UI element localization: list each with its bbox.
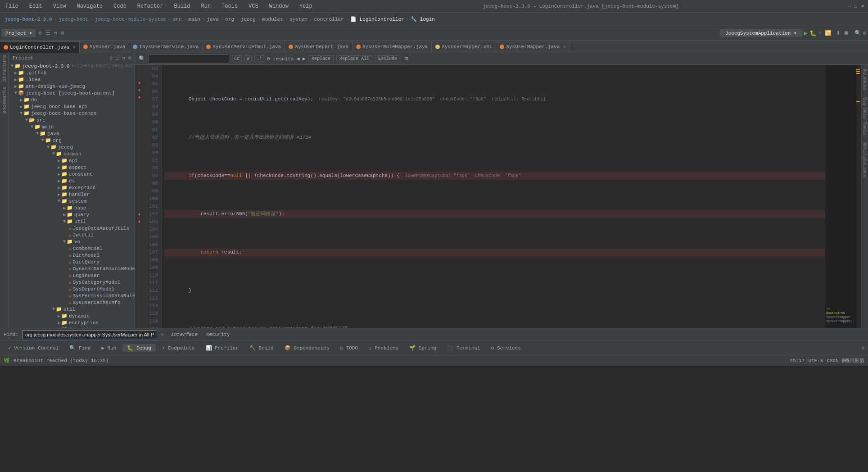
- tree-root[interactable]: ▼ 📁 jeecg-boot-2.3.0 E:\jeecg-boot\jeecg…: [9, 63, 135, 69]
- tree-api[interactable]: ▶ 📁 api: [9, 157, 135, 164]
- tree-common[interactable]: ▼ 📁 common: [9, 150, 135, 157]
- bigdata-panel-tab[interactable]: Big Data Tools: [861, 95, 868, 137]
- bottom-tab-dependencies[interactable]: 📦 Dependencies: [280, 344, 334, 352]
- tree-github[interactable]: ▶ 📁 .github: [9, 69, 135, 76]
- nav-module[interactable]: jeecg-boot: [59, 17, 88, 22]
- bookmarks-icon[interactable]: Bookmarks: [2, 87, 7, 113]
- tab-sysUserDepart[interactable]: SysUserDepart.java: [285, 41, 353, 53]
- bottom-tab-find[interactable]: 🔍 Find: [65, 344, 95, 352]
- tree-util[interactable]: ▼ 📁 util: [9, 218, 135, 225]
- tree-base[interactable]: ▶ 📁 base: [9, 204, 135, 211]
- tree-system[interactable]: ▼ 📁 system: [9, 198, 135, 204]
- menu-refactor[interactable]: Refactor: [136, 2, 165, 10]
- toolbar-icon-1[interactable]: ⚙: [37, 29, 42, 37]
- tab-sysuserrolemapper[interactable]: SysUserRoleMapper.java: [353, 41, 432, 53]
- bottom-tab-versioncontrol[interactable]: ✓ Version Control: [4, 344, 63, 352]
- menu-edit[interactable]: Edit: [27, 2, 44, 10]
- settings-btn[interactable]: ⚙: [863, 30, 866, 36]
- nav-project[interactable]: jeecg-boot-2.3.0: [5, 17, 52, 22]
- case-sensitive-btn[interactable]: Cc: [232, 55, 242, 62]
- tree-jeecg[interactable]: ▼ 📁 jeecg: [9, 144, 135, 150]
- filter-icon[interactable]: ⊟: [405, 55, 408, 62]
- structure-icon[interactable]: Structure: [2, 55, 7, 82]
- tab-sysusermapperxml[interactable]: SysUserMapper.xml: [432, 41, 496, 53]
- tab-sysuserserviceimpl[interactable]: SysUserServiceImpl.java: [203, 41, 285, 53]
- tab-logincontroller[interactable]: LoginController.java ✕: [0, 41, 80, 53]
- menu-file[interactable]: File: [4, 2, 20, 10]
- bottom-tab-debug[interactable]: 🐛 Debug: [122, 344, 156, 352]
- replace-all-btn[interactable]: Replace All: [336, 55, 372, 62]
- menu-bar[interactable]: File Edit View Navigate Code Refactor Bu…: [4, 2, 314, 10]
- tree-jsonschema[interactable]: ▶ 📁 jsonschema: [9, 326, 135, 328]
- exclude-btn[interactable]: Exclude: [375, 55, 400, 62]
- menu-build[interactable]: Build: [172, 2, 192, 10]
- tree-encryption[interactable]: ▶ 📁 encryption: [9, 319, 135, 326]
- word-btn[interactable]: W: [244, 55, 252, 62]
- notifications-panel-tab[interactable]: Notifications: [861, 141, 868, 179]
- database-panel-tab[interactable]: Database: [861, 67, 868, 92]
- bottom-tab-terminal[interactable]: ⬛ Terminal: [443, 344, 484, 352]
- tree-org[interactable]: ▼ 📁 org: [9, 137, 135, 144]
- sidebar-actions[interactable]: ⚙ ☰ ⇉ ⚙: [109, 55, 131, 61]
- close-tab-sysusermapper[interactable]: ✕: [563, 44, 566, 50]
- find-input[interactable]: [22, 330, 157, 339]
- tree-dynamic[interactable]: ▶ 📁 dynamic: [9, 313, 135, 319]
- prev-result-btn[interactable]: ◀: [296, 55, 299, 62]
- tree-src[interactable]: ▼ 📂 src: [9, 117, 135, 123]
- tree-jeecg-boot-module[interactable]: ▼ 📦 jeecg-boot [jeecg-boot-parent]: [9, 90, 135, 96]
- regex-btn[interactable]: .*: [254, 55, 264, 62]
- tree-es[interactable]: ▶ 📁 es: [9, 177, 135, 184]
- menu-code[interactable]: Code: [112, 2, 128, 10]
- close-tab-logincontroller[interactable]: ✕: [73, 45, 76, 50]
- tab-isysuserservice[interactable]: ISysUserService.java: [129, 41, 203, 53]
- tree-jeecgdataautorutils[interactable]: ☕ JeecgDataAutorUtils: [9, 225, 135, 231]
- menu-navigate[interactable]: Navigate: [75, 2, 104, 10]
- tree-exception[interactable]: ▶ 📁 exception: [9, 184, 135, 191]
- tree-idea[interactable]: ▶ 📁 .idea: [9, 76, 135, 83]
- menu-help[interactable]: Help: [298, 2, 314, 10]
- tree-db[interactable]: ▶ 📁 db: [9, 96, 135, 103]
- tree-loginuser[interactable]: ☕ LoginUser: [9, 272, 135, 279]
- tree-dictquery[interactable]: ☕ DictQuery: [9, 259, 135, 265]
- toolbar-run-others[interactable]: ⚡ 🔁 ⏸ ⏹: [818, 30, 849, 36]
- close-find-btn[interactable]: ✕: [161, 331, 164, 337]
- menu-view[interactable]: View: [51, 2, 68, 10]
- sidebar-expand-icon[interactable]: ☰: [115, 55, 120, 61]
- menu-run[interactable]: Run: [199, 2, 212, 10]
- tree-sysdepartmodel[interactable]: ☕ SysDepartModel: [9, 286, 135, 292]
- bottom-tab-build[interactable]: 🔨 Build: [245, 344, 278, 352]
- tree-query[interactable]: ▶ 📁 query: [9, 211, 135, 218]
- tree-combomodel[interactable]: ☕ ComboModel: [9, 245, 135, 252]
- tree-main[interactable]: ▼ 📁 main: [9, 123, 135, 130]
- bottom-tab-todo[interactable]: ☑ TODO: [335, 344, 362, 352]
- menu-vcs[interactable]: VCS: [247, 2, 260, 10]
- tree-handler[interactable]: ▶ 📁 handler: [9, 191, 135, 198]
- debug-btn[interactable]: 🐛: [809, 30, 817, 37]
- tree-dynamicdatasourcemodel[interactable]: ☕ DynamicDataSourceModel: [9, 265, 135, 272]
- project-selector[interactable]: Project ▾: [2, 29, 36, 37]
- tree-boot-base-api[interactable]: ▶ 📁 jeecg-boot-base-api: [9, 103, 135, 110]
- window-controls[interactable]: ─ ☐ ✕: [847, 3, 864, 9]
- tree-vo[interactable]: ▼ 📁 vo: [9, 238, 135, 245]
- tree-syspermissiondatarulemodel[interactable]: ☕ SysPermissionDataRuleModel: [9, 292, 135, 299]
- tree-constant[interactable]: ▶ 📁 constant: [9, 171, 135, 177]
- bottom-tab-services[interactable]: ⚙ Services: [487, 344, 525, 352]
- tree-java[interactable]: ▼ 📁 java: [9, 130, 135, 137]
- next-result-btn[interactable]: ▶: [303, 55, 306, 62]
- bottom-tab-endpoints[interactable]: ⚡ Endpoints: [158, 344, 199, 352]
- sidebar-collapse-icon[interactable]: ⇉: [122, 55, 126, 61]
- tree-syscategorymodel[interactable]: ☕ SysCategoryModel: [9, 279, 135, 286]
- code-text-area[interactable]: Object checkCode = redisUtil.get(realKey…: [162, 65, 825, 328]
- tree-boot-base-common[interactable]: ▼ 📁 jeecg-boot-base-common: [9, 110, 135, 117]
- bottom-tab-run[interactable]: ▶ Run: [97, 344, 121, 352]
- tree-sysusercacheinfo[interactable]: ☕ SysUserCacheInfo: [9, 299, 135, 306]
- menu-window[interactable]: Window: [267, 2, 290, 10]
- bottom-tab-profiler[interactable]: 📊 Profiler: [201, 344, 243, 352]
- toolbar-icon-2[interactable]: ☰: [45, 29, 51, 37]
- toolbar-icon-4[interactable]: ⚙: [60, 29, 65, 37]
- search-everywhere-btn[interactable]: 🔍: [854, 30, 861, 36]
- bottom-settings-icon[interactable]: ⚙: [861, 345, 864, 351]
- tab-sysusermapper[interactable]: SysUserMapper.java ✕: [496, 41, 570, 53]
- run-btn[interactable]: ▶: [804, 29, 808, 37]
- tree-aspect[interactable]: ▶ 📁 aspect: [9, 164, 135, 171]
